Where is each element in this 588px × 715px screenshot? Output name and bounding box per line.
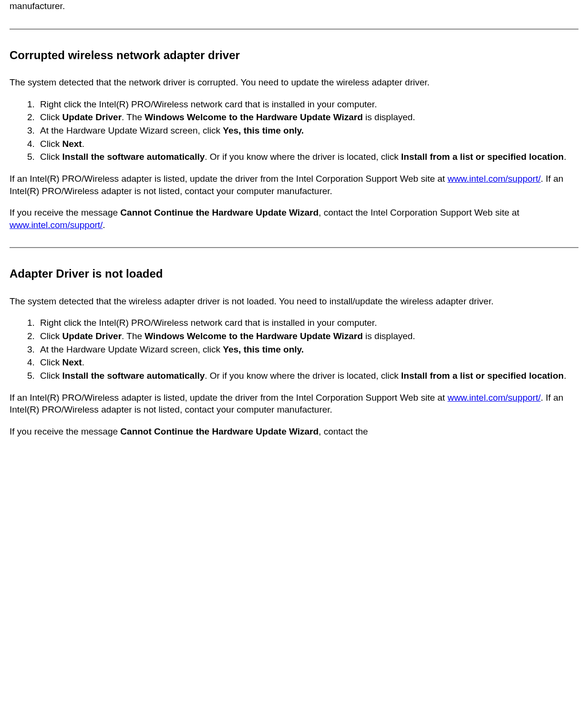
para-text: If an Intel(R) PRO/Wireless adapter is l… — [10, 174, 447, 184]
step-text: . Or if you know where the driver is loc… — [205, 371, 401, 381]
list-item: Click Update Driver. The Windows Welcome… — [37, 111, 578, 124]
section2-steps: Right click the Intel(R) PRO/Wireless ne… — [10, 317, 578, 382]
bold-text: Next — [62, 139, 82, 149]
para-text: . — [103, 220, 105, 230]
step-text: Click — [40, 331, 62, 341]
divider — [10, 247, 578, 248]
step-text: is displayed. — [363, 331, 415, 341]
bold-text: Windows Welcome to the Hardware Update W… — [144, 112, 362, 122]
para-text: If you receive the message — [10, 426, 120, 436]
bold-text: Install the software automatically — [62, 152, 205, 162]
step-text: . — [82, 139, 84, 149]
list-item: Click Next. — [37, 138, 578, 150]
para-text: , contact the Intel Corporation Support … — [319, 207, 519, 218]
divider — [10, 29, 578, 30]
list-item: Click Next. — [37, 356, 578, 369]
step-text: At the Hardware Update Wizard screen, cl… — [40, 125, 223, 135]
step-text: Click — [40, 139, 62, 149]
list-item: Click Install the software automatically… — [37, 151, 578, 163]
step-text: At the Hardware Update Wizard screen, cl… — [40, 344, 223, 354]
section2-intro: The system detected that the wireless ad… — [10, 295, 578, 308]
list-item: At the Hardware Update Wizard screen, cl… — [37, 343, 578, 356]
support-link[interactable]: www.intel.com/support/ — [447, 174, 540, 184]
step-text: Click — [40, 371, 62, 381]
step-text: Click — [40, 357, 62, 367]
step-text: is displayed. — [363, 112, 415, 122]
section1-para3: If you receive the message Cannot Contin… — [10, 207, 578, 231]
bold-text: Update Driver — [62, 331, 122, 341]
step-text: . The — [122, 112, 144, 122]
section1-steps: Right click the Intel(R) PRO/Wireless ne… — [10, 98, 578, 163]
step-text: . — [82, 357, 84, 367]
bold-text: Install from a list or specified locatio… — [401, 152, 564, 162]
list-item: Right click the Intel(R) PRO/Wireless ne… — [37, 98, 578, 111]
section2-para2: If an Intel(R) PRO/Wireless adapter is l… — [10, 392, 578, 416]
para-text: , contact the — [319, 426, 368, 436]
bold-text: Cannot Continue the Hardware Update Wiza… — [120, 207, 319, 218]
para-text: If you receive the message — [10, 207, 120, 218]
list-item: Click Update Driver. The Windows Welcome… — [37, 330, 578, 342]
step-text: . The — [122, 331, 144, 341]
step-text: . — [564, 152, 566, 162]
support-link[interactable]: www.intel.com/support/ — [447, 393, 540, 403]
section2-para3: If you receive the message Cannot Contin… — [10, 425, 578, 438]
list-item: Right click the Intel(R) PRO/Wireless ne… — [37, 317, 578, 329]
bold-text: Yes, this time only. — [223, 344, 304, 354]
step-text: . Or if you know where the driver is loc… — [205, 152, 401, 162]
bold-text: Update Driver — [62, 112, 122, 122]
top-fragment: manufacturer. — [10, 0, 578, 12]
bold-text: Yes, this time only. — [223, 125, 304, 135]
support-link[interactable]: www.intel.com/support/ — [10, 220, 103, 230]
bold-text: Windows Welcome to the Hardware Update W… — [144, 331, 362, 341]
section-heading-driver-not-loaded: Adapter Driver is not loaded — [10, 266, 578, 281]
bold-text: Next — [62, 357, 82, 367]
section1-para2: If an Intel(R) PRO/Wireless adapter is l… — [10, 173, 578, 197]
list-item: Click Install the software automatically… — [37, 370, 578, 382]
section-heading-corrupted-driver: Corrupted wireless network adapter drive… — [10, 48, 578, 63]
bold-text: Install the software automatically — [62, 371, 205, 381]
bold-text: Cannot Continue the Hardware Update Wiza… — [120, 426, 319, 436]
list-item: At the Hardware Update Wizard screen, cl… — [37, 124, 578, 137]
para-text: If an Intel(R) PRO/Wireless adapter is l… — [10, 393, 447, 403]
step-text: Click — [40, 112, 62, 122]
step-text: . — [564, 371, 566, 381]
section1-intro: The system detected that the network dri… — [10, 76, 578, 89]
bold-text: Install from a list or specified locatio… — [401, 371, 564, 381]
step-text: Click — [40, 152, 62, 162]
